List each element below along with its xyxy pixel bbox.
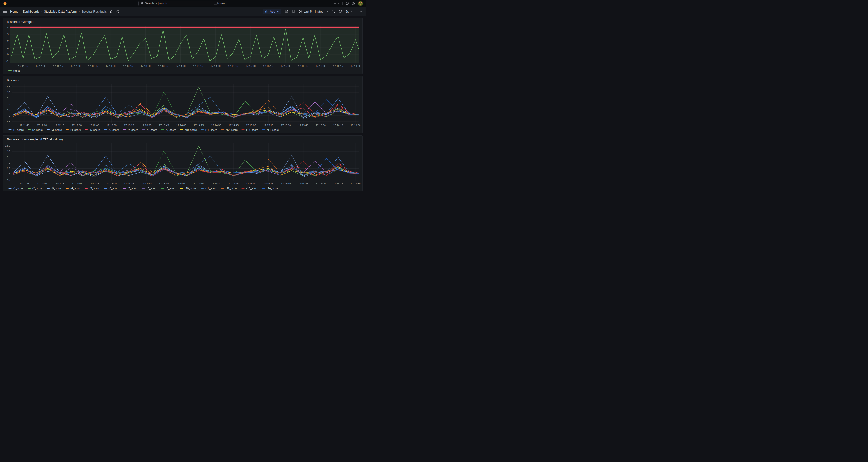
- legend-item[interactable]: r2_score: [28, 187, 43, 190]
- topbar-divider: [342, 2, 343, 5]
- legend-item[interactable]: r8_score: [142, 187, 157, 190]
- legend-label: r7_score: [128, 128, 138, 131]
- svg-text:12.5: 12.5: [5, 144, 10, 147]
- user-avatar[interactable]: [358, 1, 363, 6]
- chart-legend: r1_scorer2_scorer3_scorer4_scorer5_score…: [3, 128, 362, 133]
- legend-swatch-icon: [161, 129, 164, 130]
- new-button[interactable]: [333, 2, 340, 5]
- legend-item[interactable]: r14_score: [262, 128, 279, 131]
- legend-swatch-icon: [262, 129, 265, 130]
- timeseries-chart-rscores[interactable]: 12.5107.552.50-2.517:11:4517:12:0017:12:…: [3, 83, 362, 128]
- legend-swatch-icon: [104, 129, 107, 130]
- panel-rscores-averaged: R-scores: averaged 43210-117:11:4517:12:…: [3, 18, 363, 74]
- star-icon[interactable]: [110, 9, 113, 13]
- svg-text:5: 5: [9, 103, 10, 105]
- legend-swatch-icon: [46, 129, 50, 130]
- news-icon[interactable]: [352, 2, 355, 5]
- legend-item[interactable]: r4_score: [65, 128, 81, 131]
- legend-item[interactable]: r6_score: [104, 187, 119, 190]
- legend-item[interactable]: r3_score: [46, 128, 62, 131]
- add-button[interactable]: Add: [263, 9, 281, 14]
- clock-icon: [299, 10, 302, 13]
- legend-item[interactable]: r10_score: [180, 128, 197, 131]
- legend-item[interactable]: r6_score: [104, 128, 119, 131]
- svg-text:17:14:45: 17:14:45: [228, 182, 239, 185]
- legend-item[interactable]: r11_score: [200, 128, 217, 131]
- search-box[interactable]: ctrl+k: [138, 1, 227, 6]
- legend-item[interactable]: signal: [8, 69, 20, 72]
- legend-item[interactable]: r9_score: [161, 187, 176, 190]
- svg-text:1: 1: [7, 46, 9, 49]
- time-range-label: Last 5 minutes: [304, 10, 323, 13]
- add-button-label: Add: [270, 10, 275, 13]
- legend-item[interactable]: r12_score: [221, 187, 238, 190]
- breadcrumb-folder[interactable]: Stackable Data Platform: [44, 10, 77, 13]
- legend-item[interactable]: r4_score: [65, 187, 81, 190]
- legend-label: r3_score: [52, 128, 62, 131]
- refresh-icon[interactable]: [339, 9, 342, 13]
- svg-text:17:14:15: 17:14:15: [194, 182, 204, 185]
- svg-text:17:15:15: 17:15:15: [263, 65, 273, 67]
- legend-label: r3_score: [52, 187, 62, 190]
- save-dashboard-icon[interactable]: [285, 9, 288, 13]
- legend-item[interactable]: r1_score: [8, 187, 24, 190]
- breadcrumb-separator: ›: [20, 10, 21, 13]
- svg-text:-2.5: -2.5: [6, 120, 10, 123]
- legend-label: r9_score: [166, 187, 176, 190]
- legend-item[interactable]: r1_score: [8, 128, 24, 131]
- legend-label: r8_score: [147, 128, 157, 131]
- help-button[interactable]: [345, 2, 349, 5]
- svg-text:7.5: 7.5: [6, 156, 10, 159]
- legend-item[interactable]: r10_score: [180, 187, 197, 190]
- legend-label: r9_score: [166, 128, 176, 131]
- legend-item[interactable]: r8_score: [142, 128, 157, 131]
- legend-item[interactable]: r9_score: [161, 128, 176, 131]
- legend-swatch-icon: [65, 188, 69, 189]
- legend-swatch-icon: [8, 188, 12, 189]
- legend-item[interactable]: r7_score: [123, 187, 138, 190]
- legend-item[interactable]: r5_score: [85, 187, 100, 190]
- dashboard-panels: R-scores: averaged 43210-117:11:4517:12:…: [0, 16, 366, 193]
- legend-label: r1_score: [13, 128, 24, 131]
- legend-swatch-icon: [142, 188, 145, 189]
- collapse-chevron-up-icon[interactable]: [359, 10, 362, 13]
- zoom-out-icon[interactable]: [332, 9, 335, 13]
- legend-item[interactable]: r12_score: [221, 128, 238, 131]
- legend-item[interactable]: r11_score: [200, 187, 217, 190]
- svg-text:17:12:45: 17:12:45: [89, 182, 99, 185]
- legend-item[interactable]: r2_score: [28, 128, 43, 131]
- panel-title: R-scores: [3, 76, 362, 83]
- legend-item[interactable]: r3_score: [46, 187, 62, 190]
- svg-text:17:15:00: 17:15:00: [246, 182, 256, 185]
- grafana-logo[interactable]: [3, 1, 7, 6]
- legend-item[interactable]: r13_score: [241, 128, 258, 131]
- share-icon[interactable]: [115, 9, 119, 13]
- search-input[interactable]: [145, 2, 213, 5]
- legend-item[interactable]: r14_score: [262, 187, 279, 190]
- svg-text:17:14:45: 17:14:45: [228, 124, 239, 127]
- svg-text:17:16:30: 17:16:30: [351, 124, 361, 127]
- svg-text:17:15:45: 17:15:45: [298, 124, 308, 127]
- legend-label: r6_score: [108, 128, 119, 131]
- timeseries-chart-averaged[interactable]: 43210-117:11:4517:12:0017:12:1517:12:301…: [3, 24, 362, 68]
- legend-item[interactable]: r7_score: [123, 128, 138, 131]
- legend-item[interactable]: r5_score: [85, 128, 100, 131]
- time-range-picker[interactable]: Last 5 minutes: [299, 10, 329, 13]
- dashboard-settings-icon[interactable]: [292, 9, 296, 13]
- svg-text:17:11:45: 17:11:45: [20, 124, 29, 127]
- menu-toggle-icon[interactable]: [3, 10, 7, 13]
- svg-text:17:13:15: 17:13:15: [124, 124, 134, 127]
- legend-label: r14_score: [267, 187, 279, 190]
- svg-text:3: 3: [7, 33, 9, 36]
- svg-text:17:16:15: 17:16:15: [333, 65, 343, 67]
- legend-swatch-icon: [180, 129, 183, 130]
- breadcrumb-home[interactable]: Home: [10, 10, 19, 13]
- refresh-interval-dropdown[interactable]: 5s: [345, 10, 352, 13]
- chart-legend: signal: [3, 68, 362, 74]
- breadcrumb-dashboards[interactable]: Dashboards: [23, 10, 39, 13]
- toolbar-right: Add Last 5 minutes 5s: [263, 9, 362, 14]
- breadcrumb-current-dashboard: Spectral Residuals: [81, 10, 106, 13]
- legend-item[interactable]: r13_score: [241, 187, 258, 190]
- legend-label: signal: [13, 69, 20, 72]
- timeseries-chart-downsampled[interactable]: 12.5107.552.50-2.517:11:4517:12:0017:12:…: [3, 142, 362, 186]
